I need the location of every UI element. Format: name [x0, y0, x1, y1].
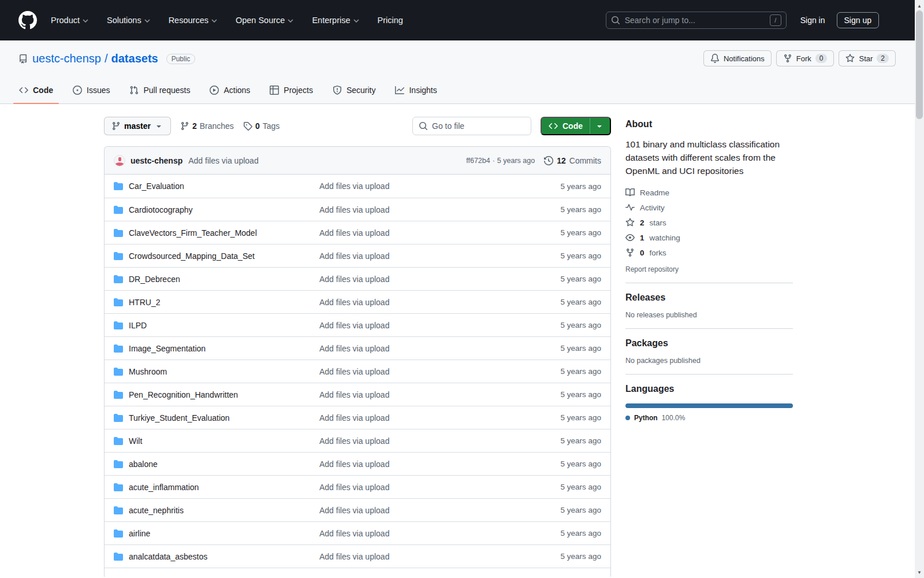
branches-link[interactable]: 2 Branches: [180, 121, 234, 131]
commit-history-link[interactable]: 12 Commits: [544, 156, 601, 165]
commit-message-link[interactable]: Add files via upload: [319, 298, 532, 307]
readme-link[interactable]: Readme: [625, 188, 793, 197]
repo-header: uestc-chensp / datasets Public Notificat…: [0, 40, 924, 104]
file-name-link[interactable]: Cardiotocography: [129, 205, 319, 214]
file-name-link[interactable]: acute_nephritis: [129, 506, 319, 515]
file-name-link[interactable]: airline: [129, 529, 319, 538]
commit-message-link[interactable]: Add files via upload: [319, 506, 532, 515]
table-row[interactable]: acute_inflammation Add files via upload …: [105, 475, 610, 498]
notifications-button[interactable]: Notifications: [703, 50, 772, 66]
repo-owner-link[interactable]: uestc-chensp: [32, 52, 101, 65]
file-name-link[interactable]: Crowdsourced_Mapping_Data_Set: [129, 251, 319, 261]
tab-actions[interactable]: Actions: [204, 86, 256, 103]
commit-message-link[interactable]: Add files via upload: [319, 275, 532, 284]
nav-item-product[interactable]: Product: [51, 16, 88, 25]
tab-insights[interactable]: Insights: [389, 86, 442, 103]
nav-item-enterprise[interactable]: Enterprise: [312, 16, 359, 25]
branch-selector[interactable]: master: [104, 117, 171, 135]
file-name-link[interactable]: Wilt: [129, 436, 319, 446]
releases-section: Releases No releases published: [625, 292, 793, 329]
table-row[interactable]: Wilt Add files via upload 5 years ago: [105, 429, 610, 452]
file-name-link[interactable]: DR_Debrecen: [129, 275, 319, 284]
commit-author-link[interactable]: uestc-chensp: [131, 156, 182, 165]
table-row[interactable]: acute_nephritis Add files via upload 5 y…: [105, 498, 610, 521]
commit-message-link[interactable]: Add files via upload: [319, 552, 532, 561]
file-name-link[interactable]: ILPD: [129, 321, 319, 330]
watching-link[interactable]: 1 watching: [625, 233, 793, 242]
table-row[interactable]: Mushroom Add files via upload 5 years ag…: [105, 360, 610, 383]
language-item[interactable]: Python 100.0%: [625, 414, 793, 422]
fork-button[interactable]: Fork 0: [776, 50, 834, 66]
file-name-link[interactable]: abalone: [129, 460, 319, 469]
tab-pull-requests[interactable]: Pull requests: [124, 86, 196, 103]
file-name-link[interactable]: Car_Evaluation: [129, 181, 319, 191]
tags-link[interactable]: 0 Tags: [243, 121, 280, 131]
commit-hash-link[interactable]: ff672b4: [466, 157, 490, 165]
packages-empty-note: No packages published: [625, 357, 793, 365]
star-button[interactable]: Star 2: [839, 50, 896, 66]
sign-up-button[interactable]: Sign up: [837, 12, 879, 28]
nav-item-pricing[interactable]: Pricing: [378, 16, 403, 25]
commit-message-link[interactable]: Add files via upload: [319, 413, 532, 423]
scrollbar[interactable]: ▲ ▼: [915, 0, 924, 578]
commit-message-link[interactable]: Add files via upload: [319, 460, 532, 469]
commit-message-link[interactable]: Add files via upload: [319, 367, 532, 376]
scrollbar-up-arrow[interactable]: ▲: [915, 1, 924, 10]
table-row[interactable]: ILPD Add files via upload 5 years ago: [105, 313, 610, 336]
tab-issues[interactable]: Issues: [67, 86, 116, 103]
table-row[interactable]: DR_Debrecen Add files via upload 5 years…: [105, 267, 610, 290]
scrollbar-down-arrow[interactable]: ▼: [915, 568, 924, 577]
table-row[interactable]: Car_Evaluation Add files via upload 5 ye…: [105, 175, 610, 198]
table-row[interactable]: Turkiye_Student_Evaluation Add files via…: [105, 406, 610, 429]
table-row[interactable]: ClaveVectors_Firm_Teacher_Model Add file…: [105, 221, 610, 244]
tab-security[interactable]: Security: [327, 86, 382, 103]
code-button[interactable]: Code: [541, 117, 611, 135]
commit-message-link[interactable]: Add files via upload: [188, 156, 258, 165]
commit-message-link[interactable]: Add files via upload: [319, 181, 532, 191]
go-to-file-input[interactable]: Go to file: [412, 117, 531, 135]
report-repository-link[interactable]: Report repository: [625, 265, 679, 273]
commit-message-link[interactable]: Add files via upload: [319, 344, 532, 353]
table-row[interactable]: abalone Add files via upload 5 years ago: [105, 452, 610, 475]
table-row[interactable]: analcatdata_asbestos Add files via uploa…: [105, 544, 610, 568]
commit-message-link[interactable]: Add files via upload: [319, 529, 532, 538]
github-logo-icon[interactable]: [18, 11, 37, 29]
commit-message-link[interactable]: Add files via upload: [319, 483, 532, 492]
table-row[interactable]: Image_Segmentation Add files via upload …: [105, 336, 610, 360]
commit-message-link[interactable]: Add files via upload: [319, 228, 532, 238]
file-name-link[interactable]: ClaveVectors_Firm_Teacher_Model: [129, 228, 319, 238]
file-name-link[interactable]: Turkiye_Student_Evaluation: [129, 413, 319, 423]
file-name-link[interactable]: acute_inflammation: [129, 483, 319, 492]
table-row[interactable]: Pen_Recognition_Handwritten Add files vi…: [105, 383, 610, 406]
chevron-down-icon: [83, 19, 88, 23]
file-name-link[interactable]: Mushroom: [129, 367, 319, 376]
table-row[interactable]: Crowdsourced_Mapping_Data_Set Add files …: [105, 244, 610, 267]
file-name-link[interactable]: HTRU_2: [129, 298, 319, 307]
commit-message-link[interactable]: Add files via upload: [319, 251, 532, 261]
commit-message-link[interactable]: Add files via upload: [319, 436, 532, 446]
nav-item-open-source[interactable]: Open Source: [236, 16, 293, 25]
file-name-link[interactable]: Pen_Recognition_Handwritten: [129, 390, 319, 399]
commit-message-link[interactable]: Add files via upload: [319, 205, 532, 214]
avatar[interactable]: [114, 155, 125, 166]
scrollbar-thumb[interactable]: [916, 10, 923, 119]
commit-message-link[interactable]: Add files via upload: [319, 390, 532, 399]
tab-label: Issues: [87, 86, 110, 95]
nav-item-solutions[interactable]: Solutions: [107, 16, 150, 25]
table-row[interactable]: airline Add files via upload 5 years ago: [105, 521, 610, 544]
nav-item-resources[interactable]: Resources: [169, 16, 217, 25]
activity-link[interactable]: Activity: [625, 203, 793, 212]
repo-name-link[interactable]: datasets: [111, 52, 158, 65]
tab-code[interactable]: Code: [13, 86, 59, 103]
search-input[interactable]: Search or jump to... /: [606, 12, 787, 29]
sign-in-link[interactable]: Sign in: [800, 16, 825, 25]
file-name-link[interactable]: analcatdata_asbestos: [129, 552, 319, 561]
forks-link[interactable]: 0 forks: [625, 248, 793, 257]
commit-message-link[interactable]: Add files via upload: [319, 321, 532, 330]
tab-projects[interactable]: Projects: [264, 86, 319, 103]
stars-link[interactable]: 2 stars: [625, 218, 793, 227]
table-row[interactable]: HTRU_2 Add files via upload 5 years ago: [105, 290, 610, 313]
file-name-link[interactable]: Image_Segmentation: [129, 344, 319, 353]
table-row[interactable]: Cardiotocography Add files via upload 5 …: [105, 198, 610, 221]
watching-label: watching: [650, 234, 680, 242]
